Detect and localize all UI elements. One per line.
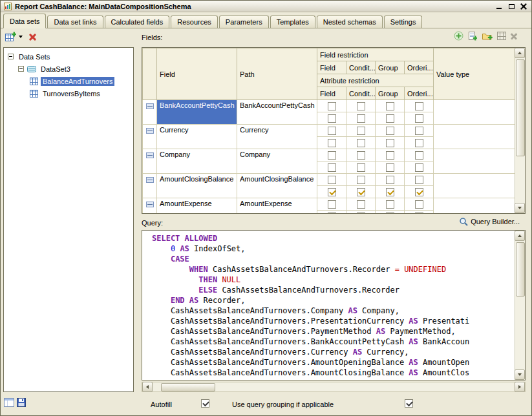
tree-item-balanceandturnovers[interactable]: BalanceAndTurnovers: [4, 75, 133, 87]
restriction-checkbox[interactable]: [328, 188, 336, 196]
field-name-cell[interactable]: AmountExpense: [157, 198, 237, 214]
field-name-cell[interactable]: Currency: [157, 125, 237, 149]
query-builder-button[interactable]: Query Builder...: [459, 217, 520, 226]
delete-field-button[interactable]: [511, 33, 517, 39]
query-editor[interactable]: SELECT ALLOWED 0 AS IndexOfSet, CASE WHE…: [142, 230, 526, 380]
autofill-checkbox[interactable]: [201, 399, 209, 408]
add-folder-button[interactable]: [482, 32, 493, 41]
tab-calculated-fields[interactable]: Calculated fields: [105, 16, 170, 28]
restriction-checkbox[interactable]: [328, 127, 336, 135]
restriction-checkbox[interactable]: [415, 188, 423, 196]
restriction-checkbox[interactable]: [386, 102, 394, 110]
restriction-checkbox[interactable]: [357, 127, 365, 135]
restriction-checkbox[interactable]: [328, 163, 336, 172]
value-type-cell[interactable]: [434, 149, 516, 174]
field-path-cell[interactable]: BankAccountPettyCash: [237, 100, 317, 125]
save-button[interactable]: [17, 398, 26, 407]
field-name-cell[interactable]: BankAccountPettyCash: [157, 100, 237, 125]
restriction-checkbox[interactable]: [357, 188, 365, 196]
restriction-checkbox[interactable]: [415, 200, 423, 209]
restriction-checkbox[interactable]: [386, 114, 394, 123]
field-name-cell[interactable]: AmountClosingBalance: [157, 174, 237, 198]
restriction-checkbox[interactable]: [328, 176, 336, 184]
tab-templates[interactable]: Templates: [270, 16, 315, 28]
restriction-checkbox[interactable]: [357, 102, 365, 110]
restriction-checkbox[interactable]: [386, 151, 394, 160]
scroll-down-button[interactable]: [515, 203, 525, 213]
restriction-checkbox[interactable]: [415, 176, 423, 184]
restriction-checkbox[interactable]: [357, 213, 365, 214]
minimize-button[interactable]: [494, 2, 504, 11]
scrollbar-thumb[interactable]: [161, 383, 215, 391]
scroll-up-button[interactable]: [515, 48, 525, 58]
maximize-button[interactable]: [506, 2, 516, 11]
add-table-button[interactable]: [497, 32, 506, 40]
tree-root-data-sets[interactable]: Data Sets: [4, 50, 133, 63]
field-name-cell[interactable]: Company: [157, 149, 237, 174]
restriction-checkbox[interactable]: [357, 200, 365, 209]
row-handle-icon[interactable]: [146, 152, 154, 160]
restriction-checkbox[interactable]: [328, 200, 336, 209]
field-path-cell[interactable]: AmountClosingBalance: [237, 174, 317, 198]
field-path-cell[interactable]: Company: [237, 149, 317, 174]
restriction-checkbox[interactable]: [328, 114, 336, 123]
restriction-checkbox[interactable]: [386, 200, 394, 209]
scroll-down-button[interactable]: [515, 369, 525, 380]
delete-dataset-button[interactable]: [28, 32, 37, 42]
restriction-checkbox[interactable]: [415, 114, 423, 123]
value-type-cell[interactable]: [434, 174, 516, 198]
restriction-checkbox[interactable]: [357, 163, 365, 172]
restriction-checkbox[interactable]: [328, 213, 336, 214]
tree-item-turnoversbyitems[interactable]: TurnoversByItems: [4, 87, 133, 99]
restriction-checkbox[interactable]: [415, 151, 423, 160]
restriction-checkbox[interactable]: [415, 102, 423, 110]
scroll-left-button[interactable]: [142, 382, 153, 392]
scrollbar-thumb[interactable]: [516, 242, 525, 296]
restriction-checkbox[interactable]: [386, 213, 394, 214]
restriction-checkbox[interactable]: [415, 139, 423, 147]
collapse-icon[interactable]: [8, 54, 14, 59]
tab-data-set-links[interactable]: Data set links: [47, 16, 103, 28]
restriction-checkbox[interactable]: [386, 163, 394, 172]
value-type-cell[interactable]: [434, 125, 516, 149]
restriction-checkbox[interactable]: [386, 176, 394, 184]
dataset-tree[interactable]: Data Sets DataSet3 BalanceAndTurnoversTu…: [3, 47, 134, 392]
restriction-checkbox[interactable]: [357, 176, 365, 184]
scrollbar-thumb[interactable]: [516, 59, 525, 156]
restriction-checkbox[interactable]: [357, 139, 365, 147]
field-path-cell[interactable]: Currency: [237, 125, 317, 149]
add-dataset-button[interactable]: [4, 30, 24, 43]
add-field-button[interactable]: [468, 31, 477, 41]
add-button[interactable]: [454, 31, 463, 41]
collapse-icon[interactable]: [18, 66, 24, 72]
tab-parameters[interactable]: Parameters: [219, 16, 269, 28]
query-vscrollbar[interactable]: [515, 231, 525, 380]
restriction-checkbox[interactable]: [415, 127, 423, 135]
tab-nested-schemas[interactable]: Nested schemas: [317, 16, 383, 28]
restriction-checkbox[interactable]: [328, 102, 336, 110]
tree-item-dataset3[interactable]: DataSet3: [4, 63, 133, 75]
row-handle-icon[interactable]: [146, 176, 154, 184]
restriction-checkbox[interactable]: [328, 151, 336, 160]
tab-data-sets[interactable]: Data sets: [3, 14, 46, 28]
value-type-cell[interactable]: [434, 100, 516, 125]
row-handle-icon[interactable]: [146, 103, 154, 110]
fields-vscrollbar[interactable]: [515, 48, 525, 213]
restriction-checkbox[interactable]: [415, 213, 423, 214]
tab-resources[interactable]: Resources: [171, 16, 218, 28]
tab-settings[interactable]: Settings: [384, 16, 423, 28]
close-button[interactable]: [518, 2, 529, 11]
query-hscrollbar[interactable]: [142, 382, 526, 392]
restriction-checkbox[interactable]: [357, 151, 365, 160]
restriction-checkbox[interactable]: [386, 188, 394, 196]
form-view-button[interactable]: [4, 398, 14, 407]
restriction-checkbox[interactable]: [386, 139, 394, 147]
restriction-checkbox[interactable]: [357, 114, 365, 123]
restriction-checkbox[interactable]: [328, 139, 336, 147]
scroll-right-button[interactable]: [515, 382, 525, 392]
value-type-cell[interactable]: [434, 198, 516, 214]
field-path-cell[interactable]: AmountExpense: [237, 198, 317, 214]
row-handle-icon[interactable]: [146, 201, 154, 209]
restriction-checkbox[interactable]: [415, 163, 423, 172]
grouping-checkbox[interactable]: [405, 399, 413, 408]
